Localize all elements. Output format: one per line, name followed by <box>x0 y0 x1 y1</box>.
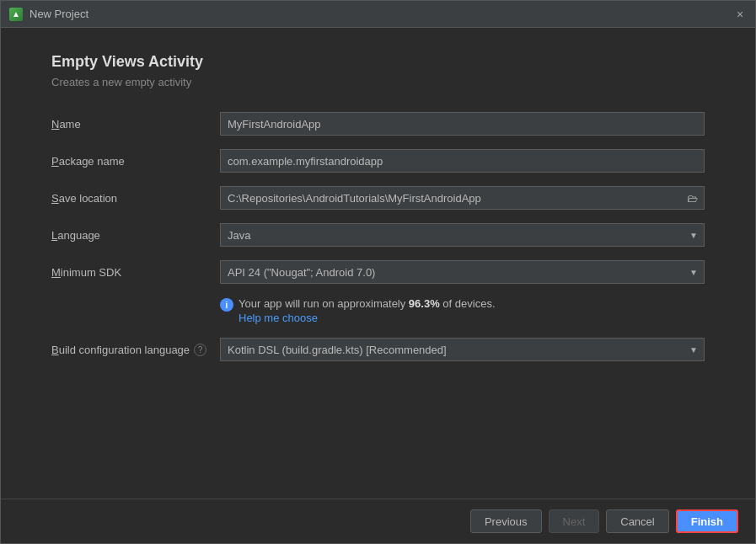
activity-subtitle: Creates a new empty activity <box>51 76 705 88</box>
package-name-label: Package name <box>51 155 220 168</box>
info-suffix: of devices. <box>440 297 496 310</box>
name-input[interactable] <box>220 112 705 136</box>
minimum-sdk-label: Minimum SDK <box>51 266 220 279</box>
language-select-wrapper: Java Kotlin ▼ <box>220 223 705 247</box>
minimum-sdk-select[interactable]: API 24 ("Nougat"; Android 7.0) API 21 (A… <box>220 260 705 284</box>
minimum-sdk-label-text: Minimum SDK <box>51 266 121 279</box>
package-name-input[interactable] <box>220 149 705 173</box>
language-select[interactable]: Java Kotlin <box>220 223 705 247</box>
save-location-label-text: Save location <box>51 192 117 205</box>
android-icon: ▲ <box>9 8 23 21</box>
browse-folder-button[interactable]: 🗁 <box>681 186 705 210</box>
build-config-select-wrapper: Kotlin DSL (build.gradle.kts) [Recommend… <box>220 338 705 361</box>
new-project-dialog: ▲ New Project × Empty Views Activity Cre… <box>0 0 756 544</box>
minimum-sdk-row: Minimum SDK API 24 ("Nougat"; Android 7.… <box>51 260 705 284</box>
package-name-label-text: Package name <box>51 155 125 168</box>
save-location-label: Save location <box>51 192 220 205</box>
language-label: Language <box>51 229 220 242</box>
build-config-label-group: Build configuration language ? <box>51 344 220 356</box>
build-config-label: Build configuration language ? <box>51 344 220 356</box>
help-me-choose-link[interactable]: Help me choose <box>239 312 496 324</box>
title-bar: ▲ New Project × <box>1 1 755 28</box>
build-config-help-icon[interactable]: ? <box>194 344 206 356</box>
language-label-text: Language <box>51 229 100 242</box>
info-text: Your app will run on approximately 96.3%… <box>239 297 496 324</box>
build-config-select[interactable]: Kotlin DSL (build.gradle.kts) [Recommend… <box>220 338 705 361</box>
name-label-text: Name <box>51 118 81 131</box>
info-icon: i <box>220 298 233 312</box>
cancel-button[interactable]: Cancel <box>606 509 668 533</box>
minimum-sdk-select-wrapper: API 24 ("Nougat"; Android 7.0) API 21 (A… <box>220 260 705 284</box>
save-location-input-group: 🗁 <box>220 186 705 210</box>
info-row: i Your app will run on approximately 96.… <box>220 297 705 324</box>
name-row: Name <box>51 112 705 136</box>
dialog-title: New Project <box>29 8 733 20</box>
save-location-row: Save location 🗁 <box>51 186 705 210</box>
info-message: Your app will run on approximately <box>239 297 409 310</box>
build-config-label-text: Build configuration language <box>51 344 190 356</box>
footer: Previous Next Cancel Finish <box>1 499 755 543</box>
language-row: Language Java Kotlin ▼ <box>51 223 705 247</box>
close-button[interactable]: × <box>733 8 747 21</box>
name-label: Name <box>51 118 220 131</box>
previous-button[interactable]: Previous <box>470 509 542 533</box>
package-name-row: Package name <box>51 149 705 173</box>
form-content: Empty Views Activity Creates a new empty… <box>1 28 755 499</box>
activity-title: Empty Views Activity <box>51 53 705 71</box>
save-location-input[interactable] <box>220 186 681 210</box>
next-button: Next <box>549 509 600 533</box>
info-highlight: 96.3% <box>409 297 440 310</box>
finish-button[interactable]: Finish <box>676 509 738 533</box>
build-config-row: Build configuration language ? Kotlin DS… <box>51 338 705 361</box>
